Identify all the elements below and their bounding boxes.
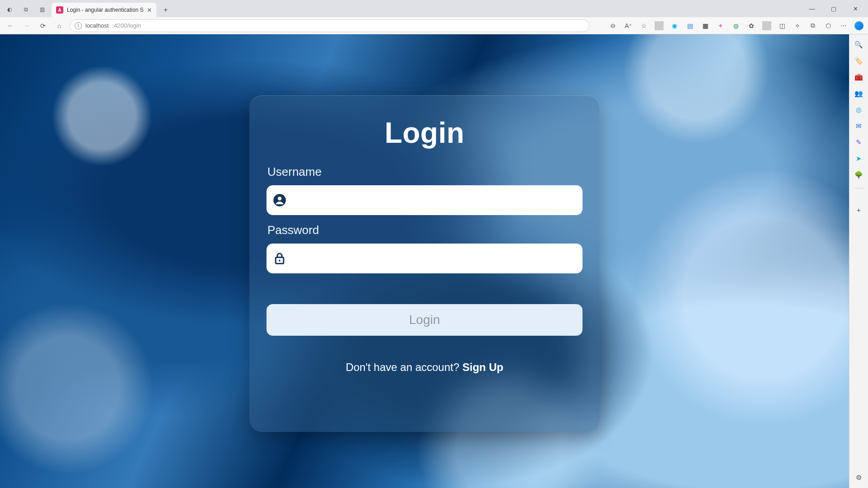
tab-actions-icon[interactable]: ▥ xyxy=(37,5,47,14)
password-input[interactable] xyxy=(292,244,576,273)
url-path: :4200/login xyxy=(112,22,141,29)
address-bar: ← → ⟳ ⌂ i localhost:4200/login ⊖ A⁺ ☆ ◉ … xyxy=(0,17,868,34)
favorite-icon[interactable]: ☆ xyxy=(639,21,648,30)
username-input[interactable] xyxy=(292,185,576,215)
sidebar-send-icon[interactable]: ➤ xyxy=(853,153,865,164)
sidebar-people-icon[interactable]: 👥 xyxy=(853,88,865,99)
signup-row: Don't have an account? Sign Up xyxy=(267,361,583,374)
tab-strip: ◐ ⧉ ▥ A Login - angular authentication S… xyxy=(0,0,868,17)
browser-tab-active[interactable]: A Login - angular authentication S ✕ xyxy=(52,3,156,17)
angular-favicon-icon: A xyxy=(56,6,63,14)
maximize-button[interactable]: ▢ xyxy=(824,2,844,15)
window-controls: — ▢ ✕ xyxy=(802,2,865,15)
signup-prefix: Don't have an account? xyxy=(346,361,462,373)
close-tab-icon[interactable]: ✕ xyxy=(147,7,152,14)
username-input-wrap xyxy=(267,185,583,215)
site-info-icon[interactable]: i xyxy=(75,22,82,29)
sidebar-designer-icon[interactable]: ✎ xyxy=(853,136,865,148)
home-button[interactable]: ⌂ xyxy=(53,20,65,32)
profile-avatar[interactable] xyxy=(854,21,863,30)
copilot-ext-icon[interactable]: ✿ xyxy=(747,21,756,30)
username-label: Username xyxy=(268,165,583,179)
toolbar-icons: ⊖ A⁺ ☆ ◉ ▤ ▦ ✦ ◍ ✿ ◫ ✧ ⧉ ⬡ ⋯ xyxy=(609,21,863,30)
sidebar-search-icon[interactable]: 🔍 xyxy=(853,39,865,51)
split-screen-icon[interactable]: ◫ xyxy=(778,21,787,30)
forward-button[interactable]: → xyxy=(21,20,33,32)
sidebar-tree-icon[interactable]: 🌳 xyxy=(853,169,865,181)
pink-ext-icon[interactable]: ✦ xyxy=(716,21,725,30)
dark-ext-icon[interactable]: ▦ xyxy=(701,21,710,30)
svg-point-3 xyxy=(279,259,281,261)
minimize-button[interactable]: — xyxy=(802,2,822,15)
password-input-wrap xyxy=(267,244,583,273)
separator xyxy=(655,21,664,30)
page-viewport: Login Username Password Login xyxy=(0,34,849,488)
favorites-icon[interactable]: ✧ xyxy=(793,21,802,30)
refresh-button[interactable]: ⟳ xyxy=(37,20,49,32)
login-button[interactable]: Login xyxy=(267,304,583,336)
svg-point-1 xyxy=(278,197,281,200)
url-input[interactable]: i localhost:4200/login xyxy=(70,19,590,32)
collections-icon[interactable]: ⧉ xyxy=(808,21,817,30)
separator xyxy=(762,21,771,30)
workspace-alt-icon[interactable]: ⧉ xyxy=(21,5,31,14)
sidebar-divider xyxy=(854,188,863,188)
new-tab-button[interactable]: + xyxy=(159,4,172,16)
login-title: Login xyxy=(267,116,583,150)
url-host: localhost xyxy=(85,22,108,29)
workspace-icon[interactable]: ◐ xyxy=(5,5,14,14)
sidebar-settings-icon[interactable]: ⚙ xyxy=(853,472,865,483)
globe-ext-icon[interactable]: ◍ xyxy=(731,21,741,30)
lock-icon xyxy=(273,252,287,265)
translate-ext-icon[interactable]: ▤ xyxy=(685,21,694,30)
sidebar-tag-icon[interactable]: 🏷️ xyxy=(853,55,865,67)
user-icon xyxy=(273,193,287,207)
back-button[interactable]: ← xyxy=(5,20,16,32)
sidebar-tools-icon[interactable]: 🧰 xyxy=(853,71,865,83)
skype-ext-icon[interactable]: ◉ xyxy=(670,21,679,30)
sidebar-add-icon[interactable]: + xyxy=(853,204,865,216)
extensions-icon[interactable]: ⬡ xyxy=(824,21,833,30)
login-card: Login Username Password Login xyxy=(250,95,600,432)
sidebar-chat-icon[interactable]: ◎ xyxy=(853,104,865,116)
more-menu-icon[interactable]: ⋯ xyxy=(839,21,848,30)
zoom-icon[interactable]: ⊖ xyxy=(609,21,618,30)
edge-sidebar: 🔍 🏷️ 🧰 👥 ◎ ✉ ✎ ➤ 🌳 + ⚙ xyxy=(849,34,868,488)
password-label: Password xyxy=(268,223,583,237)
signup-link[interactable]: Sign Up xyxy=(462,361,504,373)
read-aloud-icon[interactable]: A⁺ xyxy=(624,21,633,30)
sidebar-outlook-icon[interactable]: ✉ xyxy=(853,120,865,132)
tab-title: Login - angular authentication S xyxy=(67,7,143,13)
close-window-button[interactable]: ✕ xyxy=(845,2,865,15)
